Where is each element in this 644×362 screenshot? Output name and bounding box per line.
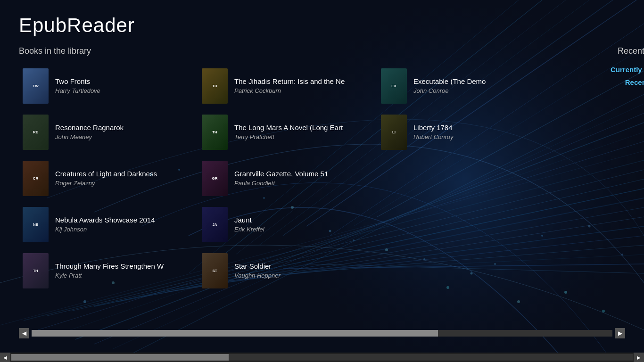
library-section: Books in the library TWTwo FrontsHarry T… [19, 46, 556, 292]
scroll-track[interactable] [32, 330, 612, 337]
currently-reading-link[interactable]: Currently reading [611, 66, 644, 74]
book-title: Executable (The Demo [413, 77, 486, 86]
recent-links: Currently reading Recent reads [611, 66, 644, 86]
book-item[interactable]: NENebula Awards Showcase 2014Kij Johnson [19, 203, 198, 246]
bottom-scrollbar: ◀ ▶ [0, 353, 644, 362]
book-item[interactable]: LILiberty 1784Robert Conroy [377, 111, 556, 153]
book-item[interactable]: CRCreatures of Light and DarknessRoger Z… [19, 157, 198, 199]
bottom-scroll-right-button[interactable]: ▶ [634, 353, 644, 362]
book-item[interactable]: THThrough Many Fires Strengthen WKyle Pr… [19, 249, 198, 292]
book-author: John Conroe [413, 87, 486, 94]
book-item[interactable]: THThe Jihadis Return: Isis and the NePat… [198, 65, 377, 107]
book-item[interactable]: THThe Long Mars A Novel (Long EartTerry … [198, 111, 377, 153]
scroll-left-button[interactable]: ◀ [19, 328, 29, 338]
book-title: Liberty 1784 [413, 123, 454, 132]
book-title: Resonance Ragnarok [55, 123, 124, 132]
bottom-scroll-track[interactable] [11, 354, 633, 361]
book-item[interactable]: TWTwo FrontsHarry Turtledove [19, 65, 198, 107]
svg-point-41 [517, 300, 520, 303]
book-item[interactable]: GRGrantville Gazette, Volume 51Paula Goo… [198, 157, 377, 199]
book-title: Creatures of Light and Darkness [55, 170, 157, 178]
book-author: John Meaney [55, 133, 124, 140]
app-title: EpubReader [19, 14, 625, 37]
book-item[interactable]: REResonance RagnarokJohn Meaney [19, 111, 198, 153]
book-item[interactable]: STStar SoldierVaughn Heppner [198, 249, 377, 292]
bottom-scroll-thumb [11, 354, 229, 361]
book-author: Roger Zelazny [55, 180, 157, 187]
library-section-title: Books in the library [19, 46, 556, 56]
book-title: Two Fronts [55, 77, 100, 86]
bottom-scroll-left-button[interactable]: ◀ [0, 353, 10, 362]
recent-reads-link[interactable]: Recent reads [625, 78, 644, 86]
svg-point-48 [83, 300, 86, 303]
book-author: Kij Johnson [55, 226, 155, 233]
book-author: Paula Goodlett [234, 180, 328, 187]
horizontal-scrollbar: ◀ ▶ [0, 328, 644, 338]
recent-section: Recent books Currently reading Recent re… [556, 46, 644, 292]
book-item[interactable]: EXExecutable (The DemoJohn Conroe [377, 65, 556, 107]
recent-section-title: Recent books [618, 46, 644, 56]
book-item[interactable]: JAJauntErik Kreffel [198, 203, 377, 246]
book-title: The Long Mars A Novel (Long Eart [234, 123, 343, 132]
book-title: Jaunt [234, 216, 264, 224]
scroll-thumb [32, 330, 438, 337]
book-title: The Jihadis Return: Isis and the Ne [234, 77, 345, 86]
book-author: Patrick Cockburn [234, 87, 345, 94]
scroll-right-button[interactable]: ▶ [615, 328, 625, 338]
book-author: Harry Turtledove [55, 87, 100, 94]
book-title: Nebula Awards Showcase 2014 [55, 216, 155, 224]
book-author: Terry Pratchett [234, 133, 343, 140]
book-title: Grantville Gazette, Volume 51 [234, 170, 328, 178]
book-author: Erik Kreffel [234, 226, 264, 233]
book-author: Robert Conroy [413, 133, 454, 140]
book-title: Through Many Fires Strengthen W [55, 262, 164, 271]
book-title: Star Soldier [234, 262, 281, 271]
books-grid: TWTwo FrontsHarry TurtledoveTHThe Jihadi… [19, 65, 556, 292]
book-author: Vaughn Heppner [234, 272, 281, 279]
book-author: Kyle Pratt [55, 272, 164, 279]
